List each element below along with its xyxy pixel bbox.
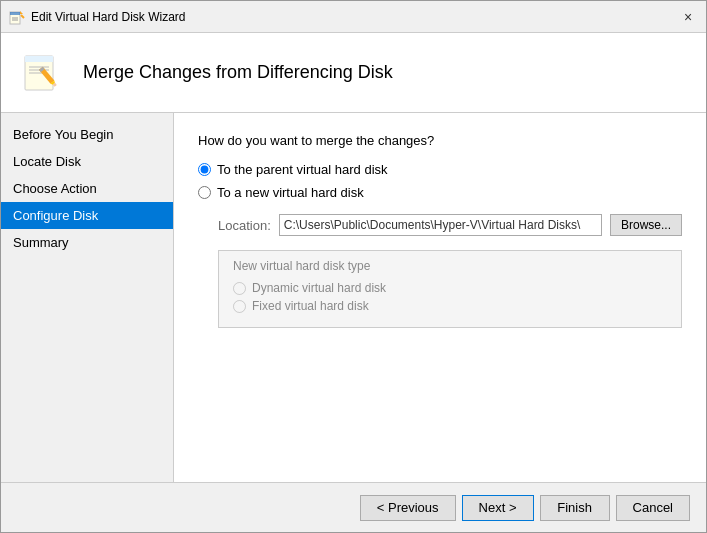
previous-button[interactable]: < Previous bbox=[360, 495, 456, 521]
header-title: Merge Changes from Differencing Disk bbox=[83, 62, 393, 83]
svg-rect-1 bbox=[10, 12, 20, 15]
titlebar-title: Edit Virtual Hard Disk Wizard bbox=[31, 10, 186, 24]
finish-button[interactable]: Finish bbox=[540, 495, 610, 521]
radio-fixed bbox=[233, 300, 246, 313]
merge-options: To the parent virtual hard disk To a new… bbox=[198, 162, 682, 200]
disk-type-group: New virtual hard disk type Dynamic virtu… bbox=[218, 250, 682, 328]
close-button[interactable]: × bbox=[678, 7, 698, 27]
radio-parent[interactable] bbox=[198, 163, 211, 176]
radio-parent-label: To the parent virtual hard disk bbox=[217, 162, 388, 177]
sidebar-item-choose-action[interactable]: Choose Action bbox=[1, 175, 173, 202]
disk-type-legend: New virtual hard disk type bbox=[233, 259, 667, 273]
svg-rect-7 bbox=[25, 56, 53, 62]
browse-button[interactable]: Browse... bbox=[610, 214, 682, 236]
sidebar-item-before-you-begin[interactable]: Before You Begin bbox=[1, 121, 173, 148]
disk-type-fixed-label: Fixed virtual hard disk bbox=[252, 299, 369, 313]
cancel-button[interactable]: Cancel bbox=[616, 495, 690, 521]
main-content: How do you want to merge the changes? To… bbox=[174, 113, 706, 482]
sidebar: Before You Begin Locate Disk Choose Acti… bbox=[1, 113, 174, 482]
sidebar-item-summary[interactable]: Summary bbox=[1, 229, 173, 256]
svg-line-5 bbox=[21, 15, 24, 18]
wizard-icon bbox=[21, 50, 67, 96]
svg-marker-4 bbox=[20, 11, 23, 14]
disk-type-dynamic-option: Dynamic virtual hard disk bbox=[233, 281, 667, 295]
radio-new-label: To a new virtual hard disk bbox=[217, 185, 364, 200]
sidebar-item-locate-disk[interactable]: Locate Disk bbox=[1, 148, 173, 175]
location-row: Location: Browse... bbox=[218, 214, 682, 236]
radio-option-parent[interactable]: To the parent virtual hard disk bbox=[198, 162, 682, 177]
location-input[interactable] bbox=[279, 214, 602, 236]
titlebar-icon bbox=[9, 9, 25, 25]
wizard-window: Edit Virtual Hard Disk Wizard × bbox=[0, 0, 707, 533]
radio-new[interactable] bbox=[198, 186, 211, 199]
radio-dynamic bbox=[233, 282, 246, 295]
titlebar: Edit Virtual Hard Disk Wizard × bbox=[1, 1, 706, 33]
location-label: Location: bbox=[218, 218, 271, 233]
header-area: Merge Changes from Differencing Disk bbox=[1, 33, 706, 113]
titlebar-left: Edit Virtual Hard Disk Wizard bbox=[9, 9, 186, 25]
disk-type-fixed-option: Fixed virtual hard disk bbox=[233, 299, 667, 313]
next-button[interactable]: Next > bbox=[462, 495, 534, 521]
sidebar-item-configure-disk[interactable]: Configure Disk bbox=[1, 202, 173, 229]
content-area: Before You Begin Locate Disk Choose Acti… bbox=[1, 113, 706, 482]
question-text: How do you want to merge the changes? bbox=[198, 133, 682, 148]
disk-type-dynamic-label: Dynamic virtual hard disk bbox=[252, 281, 386, 295]
radio-option-new[interactable]: To a new virtual hard disk bbox=[198, 185, 682, 200]
footer: < Previous Next > Finish Cancel bbox=[1, 482, 706, 532]
